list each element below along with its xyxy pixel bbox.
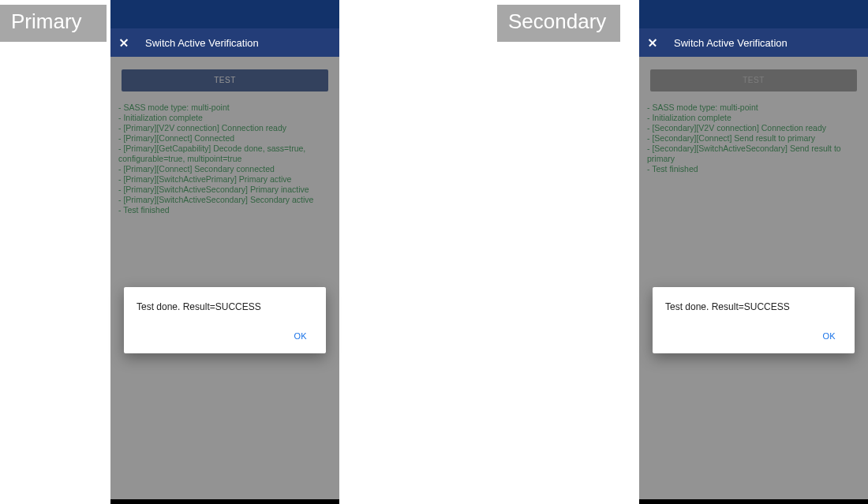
dialog-ok-button[interactable]: OK [288, 327, 314, 345]
close-icon[interactable] [120, 39, 128, 47]
content-area: TEST - SASS mode type: multi-point - Ini… [110, 57, 339, 499]
dialog-message: Test done. Result=SUCCESS [665, 301, 842, 312]
result-dialog: Test done. Result=SUCCESS OK [124, 287, 326, 353]
overlay-label-primary: Primary [0, 5, 107, 42]
app-bar: Switch Active Verification [639, 28, 868, 57]
dialog-ok-button[interactable]: OK [817, 327, 843, 345]
app-bar-title: Switch Active Verification [145, 37, 259, 49]
phone-secondary: Switch Active Verification TEST - SASS m… [639, 0, 868, 504]
nav-bar [110, 499, 339, 504]
status-bar [110, 0, 339, 28]
dialog-scrim[interactable] [639, 57, 868, 499]
overlay-label-secondary: Secondary [497, 5, 620, 42]
result-dialog: Test done. Result=SUCCESS OK [653, 287, 855, 353]
close-icon[interactable] [649, 39, 657, 47]
dialog-scrim[interactable] [110, 57, 339, 499]
app-bar: Switch Active Verification [110, 28, 339, 57]
status-bar [639, 0, 868, 28]
phone-primary: Switch Active Verification TEST - SASS m… [110, 0, 339, 504]
content-area: TEST - SASS mode type: multi-point - Ini… [639, 57, 868, 499]
nav-bar [639, 499, 868, 504]
app-bar-title: Switch Active Verification [674, 37, 788, 49]
dialog-message: Test done. Result=SUCCESS [137, 301, 313, 312]
